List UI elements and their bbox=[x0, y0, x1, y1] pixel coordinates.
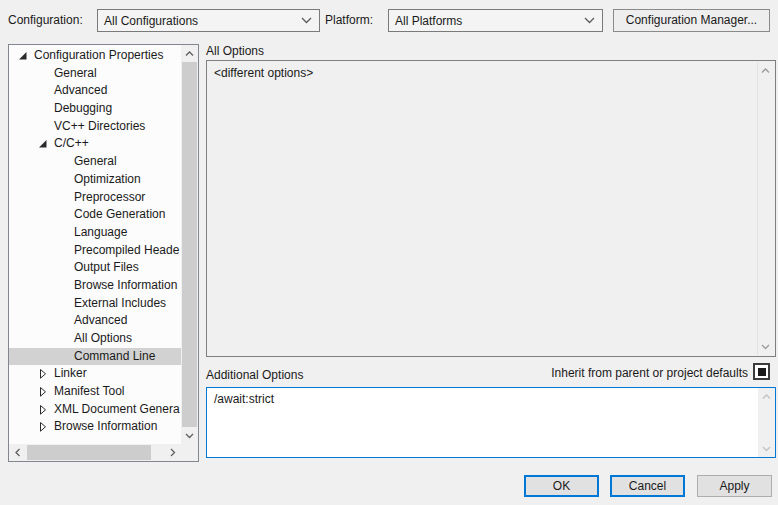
all-options-label: All Options bbox=[206, 44, 264, 58]
tree-expander-icon[interactable] bbox=[55, 191, 71, 203]
tree-item[interactable]: External Includes bbox=[9, 295, 181, 313]
tree-item[interactable]: Preprocessor bbox=[9, 189, 181, 207]
tree-item[interactable]: Manifest Tool bbox=[9, 383, 181, 401]
tree-expander-icon[interactable] bbox=[35, 68, 51, 80]
scroll-up-icon[interactable] bbox=[758, 388, 775, 405]
tree-horizontal-scrollbar[interactable] bbox=[9, 444, 181, 461]
configuration-dropdown-value: All Configurations bbox=[104, 14, 198, 28]
tree-item-label: Code Generation bbox=[71, 206, 165, 224]
tree-item[interactable]: Advanced bbox=[9, 312, 181, 330]
tree-item-label: Advanced bbox=[71, 312, 127, 330]
additional-options-label: Additional Options bbox=[206, 368, 303, 382]
tree-item-label: General bbox=[51, 65, 97, 83]
tree-item-label: Language bbox=[71, 224, 127, 242]
tree-expander-icon[interactable] bbox=[55, 280, 71, 292]
tree-item[interactable]: General bbox=[9, 153, 181, 171]
cancel-button[interactable]: Cancel bbox=[610, 475, 685, 497]
tree-vertical-scrollbar[interactable] bbox=[181, 45, 198, 444]
apply-button[interactable]: Apply bbox=[697, 475, 772, 497]
chevron-down-icon bbox=[584, 17, 595, 24]
tree-expander-icon[interactable] bbox=[35, 368, 51, 380]
tree-item-label: Advanced bbox=[51, 82, 107, 100]
tree-item[interactable]: Code Generation bbox=[9, 206, 181, 224]
tree-item-label: Preprocessor bbox=[71, 189, 145, 207]
tree-expander-icon[interactable] bbox=[55, 156, 71, 168]
property-pages-dialog: { "toolbar": { "configuration_label": "C… bbox=[0, 0, 778, 505]
tree-item-label: Command Line bbox=[71, 348, 155, 366]
additional-options-value: /await:strict bbox=[214, 392, 751, 406]
tree-expander-icon[interactable] bbox=[35, 103, 51, 115]
ok-button[interactable]: OK bbox=[524, 475, 599, 497]
scroll-left-icon[interactable] bbox=[9, 444, 26, 461]
tree-item-label: Precompiled Heade bbox=[71, 242, 179, 260]
tree-expander-icon[interactable] bbox=[55, 333, 71, 345]
tree-expander-icon[interactable] bbox=[55, 244, 71, 256]
tree-item-label: VC++ Directories bbox=[51, 118, 145, 136]
all-options-scrollbar[interactable] bbox=[757, 62, 774, 355]
inherit-defaults-label: Inherit from parent or project defaults bbox=[551, 366, 748, 380]
property-tree-panel: Configuration Properties General Advance… bbox=[8, 44, 199, 462]
tree-item-label: Browse Information bbox=[71, 277, 177, 295]
tree-item-label: General bbox=[71, 153, 117, 171]
scroll-up-icon[interactable] bbox=[181, 45, 198, 62]
additional-options-scrollbar[interactable] bbox=[758, 388, 775, 457]
tree-item-label: Browse Information bbox=[51, 418, 157, 436]
additional-options-input[interactable]: /await:strict bbox=[206, 387, 776, 458]
tree-item[interactable]: Optimization bbox=[9, 171, 181, 189]
tree-expander-icon[interactable] bbox=[55, 174, 71, 186]
tree-expander-icon[interactable] bbox=[35, 404, 51, 416]
tree-expander-icon[interactable] bbox=[55, 351, 71, 363]
scroll-down-icon[interactable] bbox=[181, 427, 198, 444]
inherit-defaults-checkbox[interactable] bbox=[753, 363, 770, 380]
tree-item-label: C/C++ bbox=[51, 135, 89, 153]
tree-item[interactable]: Output Files bbox=[9, 259, 181, 277]
scroll-up-icon[interactable] bbox=[757, 62, 774, 79]
tree-expander-icon[interactable] bbox=[55, 297, 71, 309]
tree-expander-icon[interactable] bbox=[35, 121, 51, 133]
tree-item[interactable]: Precompiled Heade bbox=[9, 242, 181, 260]
tree-item[interactable]: XML Document Genera bbox=[9, 401, 181, 419]
tree-item[interactable]: Advanced bbox=[9, 82, 181, 100]
platform-label: Platform: bbox=[325, 9, 373, 32]
tree-item[interactable]: Linker bbox=[9, 365, 181, 383]
tree-hscrollbar-thumb[interactable] bbox=[27, 445, 151, 460]
tree-item-label: Linker bbox=[51, 365, 87, 383]
configuration-manager-button[interactable]: Configuration Manager... bbox=[613, 9, 770, 32]
tree-item[interactable]: All Options bbox=[9, 330, 181, 348]
scroll-right-icon[interactable] bbox=[164, 444, 181, 461]
checkbox-indeterminate-mark bbox=[758, 368, 766, 376]
configuration-label: Configuration: bbox=[8, 9, 83, 32]
tree-expander-icon[interactable] bbox=[55, 209, 71, 221]
tree-scrollbar-thumb[interactable] bbox=[182, 62, 197, 427]
tree-item-label: All Options bbox=[71, 330, 132, 348]
tree-expander-icon[interactable] bbox=[55, 315, 71, 327]
tree-expander-icon[interactable] bbox=[15, 50, 31, 62]
all-options-value: <different options> bbox=[214, 66, 751, 80]
tree-expander-icon[interactable] bbox=[55, 227, 71, 239]
all-options-box[interactable]: <different options> bbox=[206, 60, 776, 357]
tree-item[interactable]: Browse Information bbox=[9, 418, 181, 436]
tree-item-label: Optimization bbox=[71, 171, 141, 189]
tree-item[interactable]: Browse Information bbox=[9, 277, 181, 295]
tree-expander-icon[interactable] bbox=[55, 262, 71, 274]
tree-item[interactable]: Configuration Properties bbox=[9, 47, 181, 65]
scroll-down-icon[interactable] bbox=[758, 440, 775, 457]
tree-item[interactable]: C/C++ bbox=[9, 135, 181, 153]
tree-expander-icon[interactable] bbox=[35, 421, 51, 433]
scrollbar-corner bbox=[181, 444, 198, 461]
configuration-dropdown[interactable]: All Configurations bbox=[97, 9, 320, 32]
tree-item[interactable]: VC++ Directories bbox=[9, 118, 181, 136]
tree-item[interactable]: General bbox=[9, 65, 181, 83]
tree-item-label: XML Document Genera bbox=[51, 401, 180, 419]
tree-item[interactable]: Command Line bbox=[9, 348, 181, 366]
tree-expander-icon[interactable] bbox=[35, 85, 51, 97]
tree-item[interactable]: Language bbox=[9, 224, 181, 242]
tree-item-label: Output Files bbox=[71, 259, 139, 277]
tree-item[interactable]: Debugging bbox=[9, 100, 181, 118]
tree-expander-icon[interactable] bbox=[35, 386, 51, 398]
scroll-down-icon[interactable] bbox=[757, 338, 774, 355]
tree-item-label: Debugging bbox=[51, 100, 112, 118]
platform-dropdown[interactable]: All Platforms bbox=[388, 9, 603, 32]
platform-dropdown-value: All Platforms bbox=[395, 14, 462, 28]
tree-expander-icon[interactable] bbox=[35, 138, 51, 150]
